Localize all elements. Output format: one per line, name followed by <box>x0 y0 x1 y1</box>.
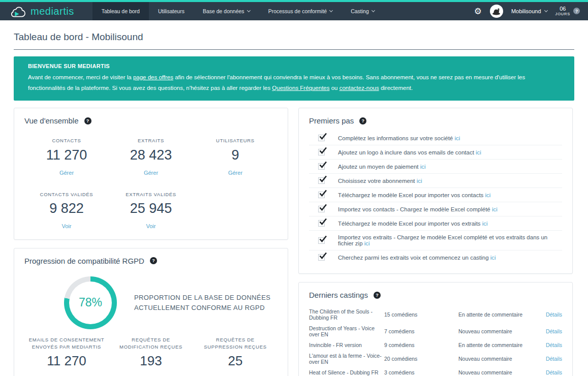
stat-value: 28 423 <box>109 147 193 163</box>
nav-casting[interactable]: Casting <box>342 2 384 20</box>
checklist-item: Importez vos contacts - Chargez le modèl… <box>309 202 562 216</box>
checklist-label: Complétez les informations sur votre soc… <box>338 135 453 141</box>
overview-stats: CONTACTS 11 270 Gérer EXTRAITS 28 423 Gé… <box>24 137 277 230</box>
castings-title-row: Derniers castings ? <box>309 291 562 299</box>
checklist-label: Téléchargez le modèle Excel pour importe… <box>338 192 483 198</box>
ici-link[interactable]: ici <box>417 178 422 184</box>
stat-block: EMAILS DE CONSENTEMENT ENVOYÉS PAR MEDIA… <box>24 336 109 376</box>
rgpd-percent: 78% <box>79 296 102 309</box>
stat-value: 11 270 <box>24 353 109 369</box>
chevron-down-icon <box>329 9 333 12</box>
details-link[interactable]: Détails <box>535 328 562 334</box>
rgpd-donut-hole: 78% <box>69 281 112 324</box>
stat-value: 25 945 <box>109 201 193 216</box>
ici-link[interactable]: ici <box>364 240 370 246</box>
help-icon[interactable]: ? <box>84 117 91 124</box>
page-content: Tableau de bord - Mobilisound BIENVENUE … <box>0 20 588 376</box>
checked-checkbox-icon[interactable] <box>318 206 325 212</box>
left-column: Vue d'ensemble ? CONTACTS 11 270 Gérer E… <box>14 108 288 376</box>
checklist-text: Ajoutez un logo à inclure dans vos email… <box>338 149 481 155</box>
checked-checkbox-icon[interactable] <box>318 254 325 261</box>
stat-label: EXTRAITS VALIDÉS <box>109 191 193 198</box>
stat-link[interactable]: Gérer <box>59 170 74 176</box>
help-icon[interactable]: ? <box>150 257 157 264</box>
stat-link[interactable]: Voir <box>146 223 156 229</box>
checklist-item: Ajoutez un moyen de paiement ici <box>309 160 562 174</box>
stat-label: REQUÊTES DE SUPPRESSION REÇUES <box>193 336 277 351</box>
checked-checkbox-icon[interactable] <box>318 163 325 170</box>
ici-link[interactable]: ici <box>492 206 498 212</box>
stat-link[interactable]: Voir <box>62 223 72 229</box>
avatar[interactable] <box>490 5 503 18</box>
nav-label: Utilisateurs <box>158 8 184 14</box>
stat-value: 9 822 <box>24 201 109 216</box>
stat-block: REQUÊTES DE MODIFICATION REÇUES 193 Gére… <box>109 336 193 376</box>
account-menu[interactable]: Mobilisound <box>511 8 547 14</box>
checklist-item: Téléchargez le modèle Excel pour importe… <box>309 188 562 202</box>
stat-block: EXTRAITS 28 423 Gérer <box>109 137 193 176</box>
nav-label: Processus de conformité <box>268 8 327 14</box>
stat-link[interactable]: Gérer <box>144 170 158 176</box>
ici-link[interactable]: ici <box>482 221 488 227</box>
casting-status: Nouveau commentaire <box>458 328 535 334</box>
stat-value: 9 <box>193 147 277 163</box>
trial-days: 06 JOURS <box>555 6 570 16</box>
first-steps-title: Premiers pas <box>309 116 354 125</box>
checklist-item: Cherchez parmi les extraits voix et comm… <box>309 250 562 264</box>
casting-name: Heat of Silence - Dubbing FR <box>309 369 384 375</box>
faq-link[interactable]: Questions Fréquentes <box>272 85 329 91</box>
checklist-text: Choisissez votre abonnement ici <box>338 178 422 184</box>
ici-link[interactable]: ici <box>420 164 426 170</box>
brand-name: mediartis <box>30 6 74 17</box>
checked-checkbox-icon[interactable] <box>318 135 325 141</box>
nav-label: Casting <box>351 8 369 14</box>
banner-segment: Avant de commencer, merci de visiter la <box>28 74 133 80</box>
checked-checkbox-icon[interactable] <box>318 192 325 198</box>
details-link[interactable]: Détails <box>535 342 562 348</box>
dashboard-grid: Vue d'ensemble ? CONTACTS 11 270 Gérer E… <box>14 108 574 376</box>
ici-link[interactable]: ici <box>454 135 460 141</box>
stat-block: EXTRAITS VALIDÉS 25 945 Voir <box>109 191 193 230</box>
ici-link[interactable]: ici <box>490 255 496 261</box>
rgpd-card: Progression de compatibilité RGPD ? 78% … <box>14 248 288 376</box>
checked-checkbox-icon[interactable] <box>318 149 325 155</box>
casting-row: Heat of Silence - Dubbing FR 3 comédiens… <box>309 367 562 376</box>
nav-utilisateurs[interactable]: Utilisateurs <box>149 2 194 20</box>
castings-card: Derniers castings ? The Children of the … <box>298 282 573 376</box>
ici-link[interactable]: ici <box>476 149 481 155</box>
checklist-item: Ajoutez un logo à inclure dans vos email… <box>309 145 562 160</box>
details-link[interactable]: Détails <box>535 311 562 318</box>
help-icon[interactable]: ? <box>573 8 580 14</box>
navbar-right: ⚙ Mobilisound 06 JOURS ? <box>474 2 580 20</box>
stat-label: EXTRAITS <box>109 137 193 144</box>
checklist-item: Importez vos extraits - Chargez le modèl… <box>309 231 562 250</box>
help-icon[interactable]: ? <box>359 117 366 124</box>
castings-table: The Children of the Souls - Dubbing FR 1… <box>309 306 562 376</box>
offers-link[interactable]: page des offres <box>133 74 173 80</box>
checked-checkbox-icon[interactable] <box>318 237 325 244</box>
stat-label: REQUÊTES DE MODIFICATION REÇUES <box>109 336 193 351</box>
nav-tableau-de-bord[interactable]: Tableau de bord <box>92 2 149 20</box>
stat-link[interactable]: Gérer <box>228 170 242 176</box>
nav-processus-conformite[interactable]: Processus de conformité <box>259 2 342 20</box>
details-link[interactable]: Détails <box>535 369 562 375</box>
casting-comedians-count: 7 comédiens <box>384 328 458 334</box>
chevron-down-icon <box>544 9 548 12</box>
title-divider <box>14 49 574 50</box>
checklist-label: Importez vos contacts - Chargez le modèl… <box>338 206 490 212</box>
nav-base-de-donnees[interactable]: Base de données <box>194 2 259 20</box>
stat-value: 193 <box>109 353 193 369</box>
rgpd-body: 78% PROPORTION DE LA BASE DE DONNÉES ACT… <box>64 276 277 329</box>
checked-checkbox-icon[interactable] <box>318 220 325 227</box>
details-link[interactable]: Détails <box>535 356 562 362</box>
gear-icon[interactable]: ⚙ <box>474 7 482 16</box>
contact-link[interactable]: contactez-nous <box>339 85 379 91</box>
checked-checkbox-icon[interactable] <box>318 177 325 184</box>
checklist-label: Ajoutez un moyen de paiement <box>338 164 419 170</box>
checklist-text: Importez vos contacts - Chargez le modèl… <box>338 206 498 212</box>
brand-logo[interactable]: mediartis <box>9 2 74 20</box>
ici-link[interactable]: ici <box>485 192 491 198</box>
checklist-label: Cherchez parmi les extraits voix et comm… <box>338 255 489 261</box>
help-icon[interactable]: ? <box>374 292 381 299</box>
overview-card: Vue d'ensemble ? CONTACTS 11 270 Gérer E… <box>14 108 288 240</box>
